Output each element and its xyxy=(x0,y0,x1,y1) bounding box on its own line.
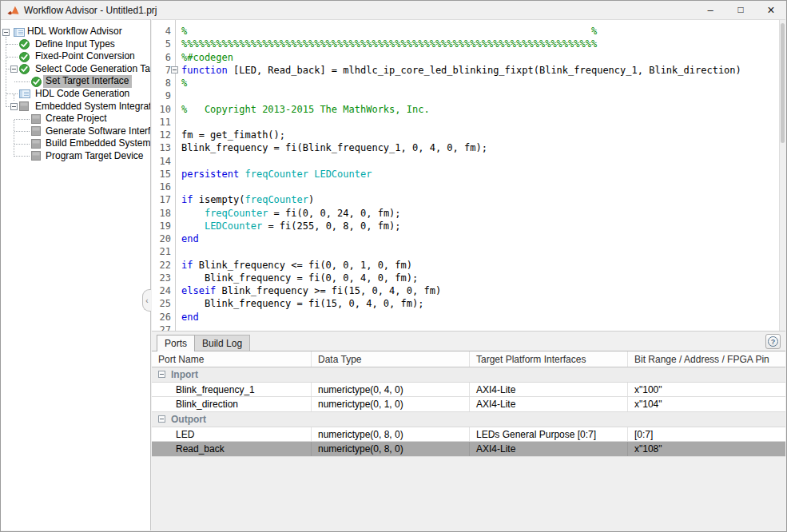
tree-connector xyxy=(14,144,30,145)
tree-item-fixed-point-conversion[interactable]: Fixed-Point Conversion xyxy=(1,50,150,63)
tree-connector xyxy=(14,131,30,132)
status-complete-check-icon xyxy=(31,77,42,87)
port-group-inport[interactable]: Inport xyxy=(152,367,785,383)
line-number: 18 xyxy=(152,207,171,220)
code-token: end xyxy=(181,312,199,323)
tree-item-set-target-interface[interactable]: Set Target Interface xyxy=(1,75,150,88)
code-token: % % xyxy=(181,26,597,37)
column-header-bit-range[interactable]: Bit Range / Address / FPGA Pin xyxy=(628,351,785,367)
line-number: 13 xyxy=(152,141,171,154)
collapse-minus-icon[interactable] xyxy=(2,29,10,36)
tree-item-label: Set Target Interface xyxy=(43,75,132,88)
cell-target-platform-interfaces: AXI4-Lite xyxy=(470,383,628,397)
port-row-blink-frequency-1[interactable]: Blink_frequency_1numerictype(0, 4, 0)AXI… xyxy=(152,383,785,398)
code-text: if Blink_frequency <= fi(0, 0, 1, 0, fm) xyxy=(181,259,412,272)
tree-item-select-code-generation-target[interactable]: Select Code Generation Target xyxy=(1,63,150,76)
status-pending-icon xyxy=(31,139,42,149)
code-line: 6%#codegen xyxy=(152,51,779,64)
tree-item-define-input-types[interactable]: Define Input Types xyxy=(1,38,150,51)
tree-item-label: HDL Code Generation xyxy=(33,88,132,101)
code-line: 18 freqCounter = fi(0, 0, 24, 0, fm); xyxy=(152,207,779,220)
collapse-minus-icon[interactable] xyxy=(10,103,18,110)
code-text: %#codegen xyxy=(181,51,233,64)
group-collapse-icon[interactable] xyxy=(158,371,165,378)
port-row-read-back[interactable]: Read_backnumerictype(0, 8, 0)AXI4-Litex"… xyxy=(152,442,785,457)
tree-connector xyxy=(6,37,6,107)
tab-ports[interactable]: Ports xyxy=(157,335,195,351)
code-token: Blink_frequency >= fi(15, 0, 4, 0, fm) xyxy=(216,285,441,296)
code-token: persistent xyxy=(181,169,239,180)
tree-connector xyxy=(14,156,30,157)
cell-bit-range-address-fpga-pin: x"108" xyxy=(628,442,785,456)
port-group-outport[interactable]: Outport xyxy=(152,412,785,427)
tree-item-hdl-code-generation[interactable]: HDL Code Generation xyxy=(1,88,150,101)
code-line: 13Blink_frequency = fi(Blink_frequency_1… xyxy=(152,141,779,154)
panel-collapse-handle[interactable]: ‹ xyxy=(142,289,151,312)
column-header-port-name[interactable]: Port Name xyxy=(152,351,312,367)
cell-bit-range-address-fpga-pin: x"100" xyxy=(628,383,785,397)
status-complete-check-icon xyxy=(19,52,30,62)
tree-item-program-target-device[interactable]: Program Target Device xyxy=(1,150,150,163)
help-button[interactable]: ? xyxy=(765,334,781,349)
port-row-led[interactable]: LEDnumerictype(0, 8, 0)LEDs General Purp… xyxy=(152,427,785,443)
code-line: 25 Blink_frequency = fi(15, 0, 4, 0, fm)… xyxy=(152,297,779,310)
code-token: function xyxy=(181,65,228,76)
column-header-data-type[interactable]: Data Type xyxy=(312,351,470,367)
code-line: 20end xyxy=(152,232,779,245)
tree-item-create-project[interactable]: Create Project xyxy=(1,113,150,125)
column-header-target-platform-interfaces[interactable]: Target Platform Interfaces xyxy=(470,351,628,367)
code-text: % % xyxy=(181,25,597,38)
status-pending-icon xyxy=(31,114,42,125)
code-line: 23 Blink_frequency = fi(0, 0, 4, 0, fm); xyxy=(152,272,779,284)
code-fold-icon[interactable] xyxy=(171,66,178,73)
code-token: fm = get_fimath(); xyxy=(181,129,285,141)
code-editor[interactable]: 4% %5%%%%%%%%%%%%%%%%%%%%%%%%%%%%%%%%%%%… xyxy=(152,19,785,331)
code-text: Blink_frequency = fi(0, 0, 4, 0, fm); xyxy=(181,272,418,284)
code-line: 17if isempty(freqCounter) xyxy=(152,193,779,206)
workflow-advisor-window: Workflow Advisor - Untitled1.prj – □ × H… xyxy=(0,0,787,532)
line-number: 24 xyxy=(152,284,171,297)
close-button[interactable]: × xyxy=(756,1,786,19)
code-token: if xyxy=(181,260,193,271)
line-number: 8 xyxy=(152,77,171,89)
code-line: 7function [LED, Read_back] = mlhdlc_ip_c… xyxy=(152,64,779,77)
cell-target-platform-interfaces: AXI4-Lite xyxy=(470,442,628,456)
line-number: 11 xyxy=(152,116,171,129)
editor-scrollbar[interactable] xyxy=(779,20,785,331)
cell-bit-range-address-fpga-pin: [0:7] xyxy=(628,427,785,442)
tree-item-generate-software-interface[interactable]: Generate Software Interface xyxy=(1,125,150,138)
tree-connector xyxy=(14,94,14,101)
tab-build-log[interactable]: Build Log xyxy=(195,335,250,351)
code-token: ) xyxy=(308,194,314,205)
code-line: 27 xyxy=(152,324,779,331)
code-token: %%%%%%%%%%%%%%%%%%%%%%%%%%%%%%%%%%%%%%%%… xyxy=(181,38,597,50)
code-token: freqCounter xyxy=(205,208,268,219)
help-icon: ? xyxy=(768,336,778,347)
code-line: 26end xyxy=(152,311,779,324)
tree-item-build-embedded-system[interactable]: Build Embedded System xyxy=(1,137,150,150)
collapse-minus-icon[interactable] xyxy=(10,66,18,73)
code-line: 15persistent freqCounter LEDCounter xyxy=(152,168,779,181)
line-number: 7 xyxy=(152,64,171,77)
tree-item-label: Create Project xyxy=(43,113,109,125)
minimize-button[interactable]: – xyxy=(695,1,725,19)
status-pending-icon xyxy=(31,126,42,137)
tree-item-hdl-workflow-advisor[interactable]: HDL Workflow Advisor xyxy=(1,26,150,38)
line-number: 16 xyxy=(152,181,171,193)
maximize-button[interactable]: □ xyxy=(725,1,756,19)
code-text: Blink_frequency = fi(Blink_frequency_1, … xyxy=(181,141,487,154)
tree-item-label: Embedded System Integration xyxy=(33,101,151,113)
window-controls: – □ × xyxy=(695,1,786,19)
port-row-blink-direction[interactable]: Blink_directionnumerictype(0, 1, 0)AXI4-… xyxy=(152,397,785,412)
line-number: 15 xyxy=(152,168,171,181)
group-collapse-icon[interactable] xyxy=(158,415,165,423)
line-number: 17 xyxy=(152,193,171,206)
code-text: LEDCounter = fi(255, 0, 8, 0, fm); xyxy=(181,220,401,232)
workflow-tree[interactable]: HDL Workflow AdvisorDefine Input TypesFi… xyxy=(1,19,151,530)
code-text: elseif Blink_frequency >= fi(15, 0, 4, 0… xyxy=(181,284,441,297)
group-label: Outport xyxy=(171,414,206,425)
code-token: freqCounter LEDCounter xyxy=(244,169,372,180)
tree-item-label: Program Target Device xyxy=(43,150,146,163)
tree-item-embedded-system-integration[interactable]: Embedded System Integration xyxy=(1,101,150,113)
scrollbar-thumb[interactable] xyxy=(781,23,785,143)
